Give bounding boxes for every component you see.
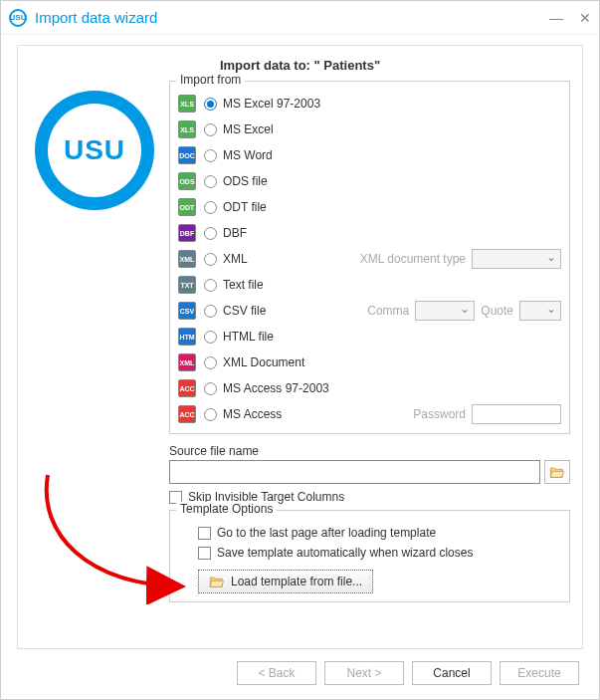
quote-combo[interactable] (519, 301, 561, 321)
format-label: ODS file (223, 174, 268, 188)
format-option[interactable]: ODSODS file (178, 168, 561, 194)
format-option[interactable]: ACCMS Access 97-2003 (178, 375, 561, 401)
back-button[interactable]: < Back (237, 661, 316, 685)
format-option[interactable]: XLSMS Excel (178, 117, 561, 142)
filetype-icon: DOC (178, 146, 196, 164)
goto-last-label: Go to the last page after loading templa… (217, 526, 436, 540)
next-button[interactable]: Next > (324, 661, 404, 685)
filetype-icon: ODS (178, 172, 196, 190)
folder-open-icon (549, 465, 565, 479)
filetype-icon: XLS (178, 95, 196, 113)
autosave-row[interactable]: Save template automatically when wizard … (198, 546, 561, 560)
autosave-checkbox[interactable] (198, 547, 211, 560)
goto-last-row[interactable]: Go to the last page after loading templa… (198, 526, 561, 540)
format-radio[interactable] (204, 279, 217, 292)
execute-button[interactable]: Execute (500, 661, 579, 685)
filetype-icon: ACC (178, 379, 196, 397)
format-label: MS Access 97-2003 (223, 381, 329, 395)
format-label: MS Excel (223, 122, 274, 136)
filetype-icon: ODT (178, 198, 196, 216)
usu-logo: USU (35, 91, 154, 210)
wizard-buttons: < Back Next > Cancel Execute (17, 649, 583, 689)
goto-last-checkbox[interactable] (198, 527, 211, 540)
filetype-icon: TXT (178, 276, 196, 294)
format-label: DBF (223, 226, 247, 240)
format-option[interactable]: ACCMS AccessPassword (178, 401, 561, 427)
format-label: MS Word (223, 148, 273, 162)
filetype-icon: XML (178, 353, 196, 371)
format-option[interactable]: TXTText file (178, 272, 561, 298)
import-from-fieldset: Import from XLSMS Excel 97-2003XLSMS Exc… (169, 81, 570, 434)
format-label: MS Excel 97-2003 (223, 97, 320, 111)
filetype-icon: ACC (178, 405, 196, 423)
format-label: MS Access (223, 407, 282, 421)
password-input[interactable] (472, 404, 561, 424)
format-label: ODT file (223, 200, 267, 214)
comma-combo[interactable] (415, 301, 475, 321)
filetype-icon: XML (178, 250, 196, 268)
xml-type-combo[interactable] (472, 249, 561, 269)
page-heading: Import data to: " Patients" (30, 58, 570, 73)
logo-text: USU (64, 134, 125, 166)
format-option[interactable]: DBFDBF (178, 220, 561, 246)
import-wizard-window: USU Import data wizard — ✕ Import data t… (0, 0, 600, 700)
format-option[interactable]: XMLXML Document (178, 350, 561, 375)
source-file-label: Source file name (169, 444, 570, 458)
content: Import data to: " Patients" USU Import f… (1, 35, 599, 699)
format-radio[interactable] (204, 123, 217, 136)
autosave-label: Save template automatically when wizard … (217, 546, 473, 560)
format-label: HTML file (223, 330, 274, 344)
logo-column: USU (30, 81, 159, 612)
format-radio[interactable] (204, 382, 217, 395)
format-option[interactable]: CSVCSV fileCommaQuote (178, 298, 561, 324)
import-from-legend: Import from (176, 73, 245, 87)
minimize-icon[interactable]: — (549, 10, 563, 26)
format-radio[interactable] (204, 253, 217, 266)
filetype-icon: HTM (178, 328, 196, 346)
format-radio[interactable] (204, 408, 217, 421)
quote-label: Quote (481, 304, 513, 318)
format-label: Text file (223, 278, 264, 292)
filetype-icon: CSV (178, 302, 196, 320)
format-radio[interactable] (204, 98, 217, 111)
template-options-fieldset: Template Options Go to the last page aft… (169, 510, 570, 602)
format-option[interactable]: ODTODT file (178, 194, 561, 220)
format-label: XML (223, 252, 248, 266)
format-radio[interactable] (204, 227, 217, 240)
comma-label: Comma (367, 304, 409, 318)
filetype-icon: DBF (178, 224, 196, 242)
template-options-legend: Template Options (176, 502, 277, 516)
heading-target: Patients (320, 58, 374, 73)
format-radio[interactable] (204, 201, 217, 214)
load-template-button[interactable]: Load template from file... (198, 570, 373, 593)
format-option[interactable]: XLSMS Excel 97-2003 (178, 91, 561, 117)
format-option[interactable]: XMLXMLXML document type (178, 246, 561, 272)
source-file-input[interactable] (169, 460, 540, 484)
filetype-icon: XLS (178, 120, 196, 138)
window-title: Import data wizard (35, 9, 157, 26)
app-icon: USU (9, 9, 27, 27)
format-radio[interactable] (204, 331, 217, 344)
password-label: Password (413, 407, 466, 421)
close-icon[interactable]: ✕ (579, 10, 591, 26)
xml-type-label: XML document type (360, 252, 466, 266)
format-radio[interactable] (204, 356, 217, 369)
folder-open-icon (209, 575, 225, 588)
format-radio[interactable] (204, 149, 217, 162)
format-option[interactable]: DOCMS Word (178, 142, 561, 168)
format-radio[interactable] (204, 305, 217, 318)
load-template-label: Load template from file... (231, 575, 362, 588)
format-label: CSV file (223, 304, 266, 318)
heading-prefix: Import data to: " (220, 58, 320, 73)
wizard-panel: Import data to: " Patients" USU Import f… (17, 45, 583, 649)
format-option[interactable]: HTMHTML file (178, 324, 561, 350)
format-label: XML Document (223, 355, 304, 369)
cancel-button[interactable]: Cancel (412, 661, 492, 685)
heading-suffix: " (374, 58, 380, 73)
format-radio[interactable] (204, 175, 217, 188)
browse-button[interactable] (544, 460, 570, 484)
titlebar: USU Import data wizard — ✕ (1, 1, 599, 35)
